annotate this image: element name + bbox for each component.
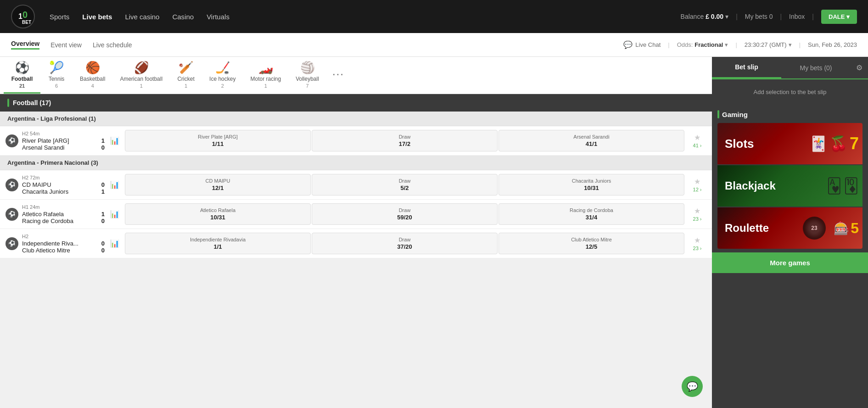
team1-row: CD MAIPU 0 [22, 181, 105, 188]
away-label: Chacarita Juniors [572, 178, 611, 184]
draw-odds-btn[interactable]: Draw 5/2 [312, 174, 498, 196]
draw-odds: 17/2 [399, 140, 410, 147]
team1-score: 0 [101, 240, 105, 247]
my-bets-tab[interactable]: My bets (0) [781, 58, 851, 78]
home-odds-btn[interactable]: Independiente Rivadavia 1/1 [125, 233, 311, 254]
logo[interactable]: 10 BET [11, 5, 35, 28]
football-sport-icon: ⚽ [6, 237, 18, 250]
tab-event-view[interactable]: Event view [50, 41, 82, 49]
home-odds: 10/31 [210, 214, 225, 221]
match-actions: ★ 41 › [688, 133, 706, 148]
away-odds: 12/5 [586, 243, 597, 250]
my-bets[interactable]: My bets 0 [745, 13, 773, 20]
draw-odds-btn[interactable]: Draw 59/20 [312, 203, 498, 225]
more-markets[interactable]: 23 › [693, 216, 702, 222]
home-odds-btn[interactable]: River Plate [ARG] 1/11 [125, 130, 311, 151]
stats-icon[interactable]: 📊 [108, 179, 121, 191]
more-markets[interactable]: 12 › [693, 187, 702, 192]
more-sports-icon: ⋯ [332, 67, 344, 82]
time-display[interactable]: 23:30:27 (GMT) ▾ [745, 41, 792, 48]
sport-tabs: ⚽ Football 21 🎾 Tennis 6 🏀 Basketball 4 … [0, 57, 712, 94]
draw-odds-btn[interactable]: Draw 17/2 [312, 130, 498, 151]
sport-tab-basketball[interactable]: 🏀 Basketball 4 [73, 57, 112, 94]
away-odds: 41/1 [586, 140, 597, 147]
star-icon[interactable]: ★ [694, 236, 700, 245]
slots-label: Slots [725, 137, 754, 151]
star-icon[interactable]: ★ [694, 207, 700, 215]
sub-header-right: 💬 Live Chat | Odds: Fractional ▾ | 23:30… [623, 40, 857, 49]
chat-bubble-icon: 💬 [687, 381, 698, 392]
sport-tab-motorracing[interactable]: 🏎️ Motor racing 1 [243, 57, 288, 94]
team1-row: Independiente Riva... 0 [22, 240, 105, 247]
away-odds-btn[interactable]: Chacarita Juniors 10/31 [498, 174, 684, 196]
stats-icon[interactable]: 📊 [108, 208, 121, 220]
match-time: H2 72m [22, 175, 105, 180]
team1-score: 1 [101, 211, 105, 218]
gaming-green-bar [717, 110, 719, 118]
draw-odds: 5/2 [400, 184, 409, 191]
user-button[interactable]: DALE ▾ [821, 10, 857, 24]
live-chat-btn[interactable]: 💬 Live Chat [623, 40, 661, 49]
tab-live-schedule[interactable]: Live schedule [93, 41, 132, 49]
away-odds-btn[interactable]: Racing de Cordoba 31/4 [498, 203, 684, 225]
cricket-count: 1 [185, 83, 187, 89]
sport-tab-volleyball[interactable]: 🏐 Volleyball 7 [288, 57, 326, 94]
inbox[interactable]: Inbox [789, 13, 805, 20]
team1-name: River Plate [ARG] [22, 137, 69, 144]
star-icon[interactable]: ★ [694, 177, 700, 186]
draw-label: Draw [399, 178, 411, 184]
sport-tab-am-football[interactable]: 🏈 American football 1 [112, 57, 170, 94]
date-display: Sun, Feb 26, 2023 [808, 41, 857, 48]
draw-odds-btn[interactable]: Draw 37/20 [312, 233, 498, 254]
home-odds: 1/11 [212, 140, 224, 147]
bet-slip-tab[interactable]: Bet slip [712, 57, 781, 78]
gaming-section: Gaming 🃏🍒7 Slots 🂱🃊 Blackjack [712, 105, 868, 249]
volleyball-count: 7 [306, 83, 308, 89]
draw-label: Draw [399, 134, 411, 140]
icehockey-label: Ice hockey [209, 76, 235, 82]
am-football-label: American football [120, 76, 162, 82]
header: 10 BET Sports Live bets Live casino Casi… [0, 0, 868, 33]
gaming-card-blackjack[interactable]: 🂱🃊 Blackjack [717, 165, 862, 207]
nav-virtuals[interactable]: Virtuals [207, 13, 230, 21]
home-odds: 1/1 [213, 243, 222, 250]
sport-tab-icehockey[interactable]: 🏒 Ice hockey 2 [202, 57, 243, 94]
home-odds-btn[interactable]: Atletico Rafaela 10/31 [125, 203, 311, 225]
stats-icon[interactable]: 📊 [108, 134, 121, 147]
home-odds: 12/1 [212, 184, 224, 191]
gaming-card-slots[interactable]: 🃏🍒7 Slots [717, 123, 862, 164]
nav-live-bets[interactable]: Live bets [82, 13, 112, 21]
gaming-card-roulette[interactable]: 🎰5 23 Roulette [717, 207, 862, 249]
football-sport-icon: ⚽ [6, 134, 18, 147]
chat-icon: 💬 [623, 40, 633, 49]
section-header: Football (17) [0, 94, 712, 112]
balance-display[interactable]: Balance £ 0.00 ▾ [681, 13, 729, 20]
star-icon[interactable]: ★ [694, 133, 700, 142]
nav-sports[interactable]: Sports [50, 13, 69, 21]
more-markets[interactable]: 23 › [693, 246, 702, 251]
nav-live-casino[interactable]: Live casino [125, 13, 159, 21]
sport-tab-tennis[interactable]: 🎾 Tennis 6 [40, 57, 73, 94]
away-odds-btn[interactable]: Club Atletico Mitre 12/5 [498, 233, 684, 254]
more-markets[interactable]: 41 › [693, 143, 702, 148]
basketball-label: Basketball [80, 76, 105, 82]
main-nav: Sports Live bets Live casino Casino Virt… [50, 13, 230, 21]
draw-label: Draw [399, 207, 411, 213]
team1-name: CD MAIPU [22, 181, 51, 188]
home-odds-btn[interactable]: CD MAIPU 12/1 [125, 174, 311, 196]
team2-score: 0 [101, 144, 105, 151]
away-odds-btn[interactable]: Arsenal Sarandi 41/1 [498, 130, 684, 151]
settings-icon[interactable]: ⚙ [851, 58, 868, 78]
sport-tab-cricket[interactable]: 🏏 Cricket 1 [170, 57, 202, 94]
nav-casino[interactable]: Casino [172, 13, 194, 21]
chat-bubble[interactable]: 💬 [682, 376, 703, 397]
sport-tab-football[interactable]: ⚽ Football 21 [4, 57, 40, 94]
match-actions: ★ 23 › [688, 236, 706, 251]
match-info: H2 54m River Plate [ARG] 1 Arsenal Saran… [22, 131, 105, 151]
stats-icon[interactable]: 📊 [108, 237, 121, 250]
odds-selector[interactable]: Odds: Fractional ▾ [677, 41, 728, 48]
tab-overview[interactable]: Overview [11, 40, 39, 50]
league-group-1: Argentina - Liga Profesional (1) ⚽ H2 54… [0, 112, 712, 156]
more-games-button[interactable]: More games [712, 252, 868, 273]
sport-tab-more[interactable]: ⋯ [326, 64, 349, 87]
